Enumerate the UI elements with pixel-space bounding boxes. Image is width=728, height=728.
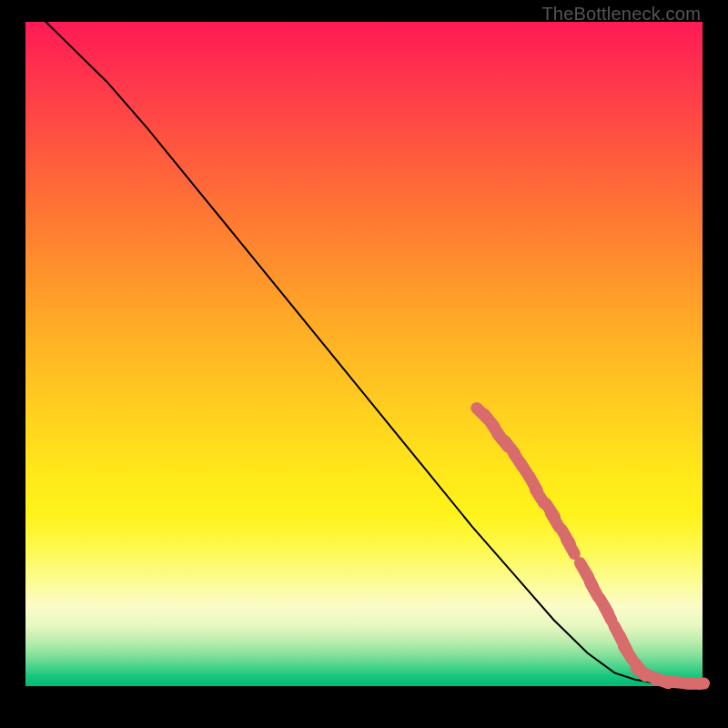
chart-marker-group <box>477 408 704 683</box>
chart-marker <box>551 513 559 528</box>
chart-stage: TheBottleneck.com <box>0 0 728 728</box>
chart-marker <box>623 646 632 660</box>
chart-marker <box>567 540 575 554</box>
chart-overlay-svg <box>0 0 728 728</box>
chart-marker <box>604 606 612 621</box>
